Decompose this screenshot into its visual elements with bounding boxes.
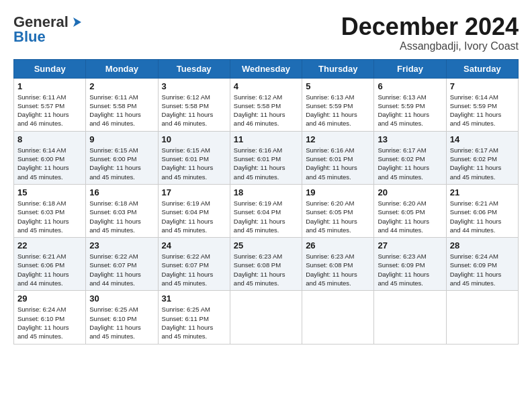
day-cell-28: 28Sunrise: 6:24 AMSunset: 6:09 PMDayligh… (446, 238, 518, 291)
week-row-2: 8Sunrise: 6:14 AMSunset: 6:00 PMDaylight… (14, 131, 519, 184)
day-cell-12: 12Sunrise: 6:16 AMSunset: 6:01 PMDayligh… (302, 131, 374, 184)
day-cell-24: 24Sunrise: 6:22 AMSunset: 6:07 PMDayligh… (158, 238, 230, 291)
day-number: 30 (89, 293, 154, 304)
day-info: Sunrise: 6:16 AMSunset: 6:01 PMDaylight:… (234, 146, 298, 181)
title-block: December 2024 Assangbadji, Ivory Coast (341, 13, 519, 52)
day-number: 4 (234, 81, 298, 91)
day-info: Sunrise: 6:12 AMSunset: 5:58 PMDaylight:… (162, 93, 226, 128)
week-row-4: 22Sunrise: 6:21 AMSunset: 6:06 PMDayligh… (14, 238, 519, 291)
day-info: Sunrise: 6:23 AMSunset: 6:08 PMDaylight:… (234, 252, 298, 287)
day-info: Sunrise: 6:13 AMSunset: 5:59 PMDaylight:… (306, 93, 370, 128)
day-cell-26: 26Sunrise: 6:23 AMSunset: 6:08 PMDayligh… (302, 238, 374, 291)
day-info: Sunrise: 6:22 AMSunset: 6:07 PMDaylight:… (162, 252, 226, 287)
day-info: Sunrise: 6:18 AMSunset: 6:03 PMDaylight:… (89, 199, 154, 234)
day-number: 20 (378, 187, 442, 197)
day-info: Sunrise: 6:17 AMSunset: 6:02 PMDaylight:… (378, 146, 442, 181)
day-info: Sunrise: 6:20 AMSunset: 6:05 PMDaylight:… (378, 199, 442, 234)
day-cell-30: 30Sunrise: 6:25 AMSunset: 6:10 PMDayligh… (86, 291, 158, 344)
day-info: Sunrise: 6:23 AMSunset: 6:09 PMDaylight:… (378, 252, 442, 287)
week-row-3: 15Sunrise: 6:18 AMSunset: 6:03 PMDayligh… (14, 184, 519, 237)
month-title: December 2024 (341, 13, 519, 40)
day-info: Sunrise: 6:16 AMSunset: 6:01 PMDaylight:… (306, 146, 370, 181)
day-info: Sunrise: 6:24 AMSunset: 6:09 PMDaylight:… (450, 252, 515, 287)
weekday-sunday: Sunday (14, 59, 86, 78)
logo-blue: Blue (13, 28, 46, 46)
weekday-thursday: Thursday (302, 59, 374, 78)
day-number: 2 (89, 81, 154, 91)
day-info: Sunrise: 6:14 AMSunset: 6:00 PMDaylight:… (17, 146, 82, 181)
day-number: 22 (17, 240, 82, 250)
day-info: Sunrise: 6:15 AMSunset: 6:00 PMDaylight:… (89, 146, 154, 181)
day-number: 16 (89, 187, 154, 197)
location-subtitle: Assangbadji, Ivory Coast (341, 40, 519, 52)
day-info: Sunrise: 6:11 AMSunset: 5:57 PMDaylight:… (17, 93, 82, 128)
day-number: 17 (162, 187, 226, 197)
day-info: Sunrise: 6:19 AMSunset: 6:04 PMDaylight:… (234, 199, 298, 234)
day-info: Sunrise: 6:18 AMSunset: 6:03 PMDaylight:… (17, 199, 82, 234)
day-cell-11: 11Sunrise: 6:16 AMSunset: 6:01 PMDayligh… (230, 131, 302, 184)
day-number: 23 (89, 240, 154, 250)
day-number: 6 (378, 81, 442, 91)
day-number: 5 (306, 81, 370, 91)
day-cell-2: 2Sunrise: 6:11 AMSunset: 5:58 PMDaylight… (86, 78, 158, 131)
day-number: 25 (234, 240, 298, 250)
day-cell-31: 31Sunrise: 6:25 AMSunset: 6:11 PMDayligh… (158, 291, 230, 344)
day-info: Sunrise: 6:20 AMSunset: 6:05 PMDaylight:… (306, 199, 370, 234)
day-number: 1 (17, 81, 82, 91)
day-number: 26 (306, 240, 370, 250)
day-info: Sunrise: 6:15 AMSunset: 6:01 PMDaylight:… (162, 146, 226, 181)
day-info: Sunrise: 6:25 AMSunset: 6:11 PMDaylight:… (162, 305, 226, 340)
day-number: 7 (450, 81, 515, 91)
day-cell-3: 3Sunrise: 6:12 AMSunset: 5:58 PMDaylight… (158, 78, 230, 131)
day-number: 10 (162, 134, 226, 144)
day-cell-1: 1Sunrise: 6:11 AMSunset: 5:57 PMDaylight… (14, 78, 86, 131)
day-cell-21: 21Sunrise: 6:21 AMSunset: 6:06 PMDayligh… (446, 184, 518, 237)
day-cell-10: 10Sunrise: 6:15 AMSunset: 6:01 PMDayligh… (158, 131, 230, 184)
day-info: Sunrise: 6:17 AMSunset: 6:02 PMDaylight:… (450, 146, 515, 181)
day-cell-17: 17Sunrise: 6:19 AMSunset: 6:04 PMDayligh… (158, 184, 230, 237)
day-info: Sunrise: 6:22 AMSunset: 6:07 PMDaylight:… (89, 252, 154, 287)
day-number: 8 (17, 134, 82, 144)
day-number: 21 (450, 187, 515, 197)
day-number: 11 (234, 134, 298, 144)
svg-marker-0 (73, 17, 81, 27)
week-row-1: 1Sunrise: 6:11 AMSunset: 5:57 PMDaylight… (14, 78, 519, 131)
day-cell-8: 8Sunrise: 6:14 AMSunset: 6:00 PMDaylight… (14, 131, 86, 184)
empty-cell (374, 291, 446, 344)
day-cell-9: 9Sunrise: 6:15 AMSunset: 6:00 PMDaylight… (86, 131, 158, 184)
empty-cell (302, 291, 374, 344)
day-cell-5: 5Sunrise: 6:13 AMSunset: 5:59 PMDaylight… (302, 78, 374, 131)
day-number: 28 (450, 240, 515, 250)
weekday-friday: Friday (374, 59, 446, 78)
day-cell-14: 14Sunrise: 6:17 AMSunset: 6:02 PMDayligh… (446, 131, 518, 184)
weekday-monday: Monday (86, 59, 158, 78)
day-info: Sunrise: 6:21 AMSunset: 6:06 PMDaylight:… (17, 252, 82, 287)
day-info: Sunrise: 6:11 AMSunset: 5:58 PMDaylight:… (89, 93, 154, 128)
day-number: 31 (162, 293, 226, 304)
day-cell-22: 22Sunrise: 6:21 AMSunset: 6:06 PMDayligh… (14, 238, 86, 291)
day-cell-18: 18Sunrise: 6:19 AMSunset: 6:04 PMDayligh… (230, 184, 302, 237)
day-info: Sunrise: 6:25 AMSunset: 6:10 PMDaylight:… (89, 305, 154, 340)
empty-cell (446, 291, 518, 344)
logo: General Blue (13, 13, 85, 46)
day-info: Sunrise: 6:23 AMSunset: 6:08 PMDaylight:… (306, 252, 370, 287)
day-cell-16: 16Sunrise: 6:18 AMSunset: 6:03 PMDayligh… (86, 184, 158, 237)
day-info: Sunrise: 6:21 AMSunset: 6:06 PMDaylight:… (450, 199, 515, 234)
day-cell-25: 25Sunrise: 6:23 AMSunset: 6:08 PMDayligh… (230, 238, 302, 291)
day-info: Sunrise: 6:14 AMSunset: 5:59 PMDaylight:… (450, 93, 515, 128)
day-info: Sunrise: 6:13 AMSunset: 5:59 PMDaylight:… (378, 93, 442, 128)
weekday-header-row: SundayMondayTuesdayWednesdayThursdayFrid… (14, 59, 519, 78)
day-number: 19 (306, 187, 370, 197)
day-cell-15: 15Sunrise: 6:18 AMSunset: 6:03 PMDayligh… (14, 184, 86, 237)
day-number: 24 (162, 240, 226, 250)
day-info: Sunrise: 6:19 AMSunset: 6:04 PMDaylight:… (162, 199, 226, 234)
empty-cell (230, 291, 302, 344)
day-number: 27 (378, 240, 442, 250)
day-info: Sunrise: 6:12 AMSunset: 5:58 PMDaylight:… (234, 93, 298, 128)
week-row-5: 29Sunrise: 6:24 AMSunset: 6:10 PMDayligh… (14, 291, 519, 344)
day-number: 15 (17, 187, 82, 197)
day-cell-6: 6Sunrise: 6:13 AMSunset: 5:59 PMDaylight… (374, 78, 446, 131)
day-cell-7: 7Sunrise: 6:14 AMSunset: 5:59 PMDaylight… (446, 78, 518, 131)
day-number: 9 (89, 134, 154, 144)
page-header: General Blue December 2024 Assangbadji, … (13, 13, 519, 52)
